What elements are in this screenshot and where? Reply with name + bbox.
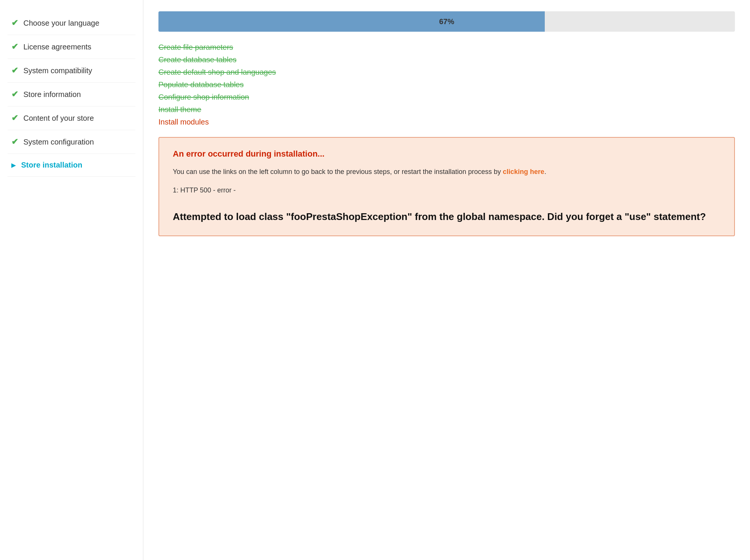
step-item-configure-shop-information: Configure shop information bbox=[158, 93, 735, 102]
sidebar: ✔Choose your language✔License agreements… bbox=[0, 0, 143, 560]
clicking-here-link[interactable]: clicking here bbox=[503, 168, 544, 175]
main-content: 67% Create file parametersCreate databas… bbox=[143, 0, 750, 560]
sidebar-item-label: Choose your language bbox=[23, 19, 99, 28]
progress-bar-container: 67% bbox=[158, 11, 735, 32]
sidebar-item-license-agreements[interactable]: ✔License agreements bbox=[8, 35, 135, 59]
check-icon: ✔ bbox=[11, 18, 18, 28]
error-box: An error occurred during installation...… bbox=[158, 137, 735, 236]
arrow-icon: ▶ bbox=[11, 162, 16, 169]
step-item-create-file-parameters: Create file parameters bbox=[158, 43, 735, 52]
check-icon: ✔ bbox=[11, 66, 18, 75]
sidebar-item-choose-language[interactable]: ✔Choose your language bbox=[8, 11, 135, 35]
sidebar-item-label: System compatibility bbox=[23, 66, 92, 75]
sidebar-item-store-information[interactable]: ✔Store information bbox=[8, 83, 135, 106]
step-item-populate-database-tables: Populate database tables bbox=[158, 80, 735, 89]
error-body-suffix: . bbox=[544, 168, 546, 175]
sidebar-item-label: Store installation bbox=[21, 161, 82, 169]
progress-label: 67% bbox=[439, 17, 454, 26]
error-code: 1: HTTP 500 - error - bbox=[173, 186, 721, 194]
check-icon: ✔ bbox=[11, 42, 18, 52]
step-item-install-theme: Install theme bbox=[158, 105, 735, 114]
error-body-text: You can use the links on the left column… bbox=[173, 168, 503, 175]
sidebar-item-content-of-your-store[interactable]: ✔Content of your store bbox=[8, 106, 135, 130]
progress-bar-fill bbox=[158, 11, 545, 32]
step-list: Create file parametersCreate database ta… bbox=[158, 43, 735, 126]
step-item-install-modules: Install modules bbox=[158, 118, 735, 126]
check-icon: ✔ bbox=[11, 89, 18, 99]
error-body: You can use the links on the left column… bbox=[173, 166, 721, 177]
sidebar-item-store-installation[interactable]: ▶Store installation bbox=[8, 154, 135, 177]
sidebar-item-label: Content of your store bbox=[23, 114, 94, 123]
error-title: An error occurred during installation... bbox=[173, 149, 721, 159]
sidebar-item-label: System configuration bbox=[23, 138, 94, 146]
sidebar-item-system-compatibility[interactable]: ✔System compatibility bbox=[8, 59, 135, 83]
step-item-create-database-tables: Create database tables bbox=[158, 55, 735, 64]
check-icon: ✔ bbox=[11, 113, 18, 123]
error-exception: Attempted to load class "fooPrestaShopEx… bbox=[173, 209, 721, 224]
sidebar-item-label: Store information bbox=[23, 90, 81, 99]
check-icon: ✔ bbox=[11, 137, 18, 147]
sidebar-item-label: License agreements bbox=[23, 43, 91, 51]
step-item-create-default-shop: Create default shop and languages bbox=[158, 68, 735, 77]
sidebar-item-system-configuration[interactable]: ✔System configuration bbox=[8, 130, 135, 154]
